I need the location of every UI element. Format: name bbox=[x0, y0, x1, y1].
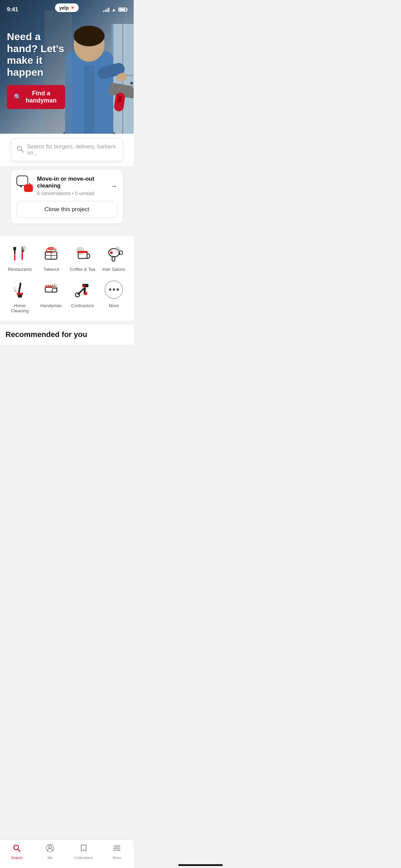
contractors-icon bbox=[72, 279, 93, 300]
yelp-burst-icon: ✳ bbox=[70, 4, 75, 11]
more-label: More bbox=[109, 303, 119, 309]
category-item-takeout[interactable]: Takeout bbox=[37, 243, 66, 272]
yelp-logo: yelp ✳ bbox=[55, 3, 78, 12]
svg-rect-39 bbox=[18, 282, 21, 293]
svg-point-17 bbox=[17, 146, 22, 150]
svg-point-24 bbox=[21, 245, 26, 251]
svg-rect-40 bbox=[17, 293, 23, 295]
hero-text-block: Need a hand? Let's make it happen 🔍 Find… bbox=[7, 31, 65, 109]
takeout-label: Takeout bbox=[43, 267, 59, 272]
status-bar: 9:41 yelp ✳ ▲ bbox=[0, 0, 134, 15]
category-item-home-cleaning[interactable]: Home Cleaning bbox=[5, 279, 34, 314]
recommended-title: Recommended for you bbox=[5, 330, 128, 339]
battery-icon bbox=[118, 8, 127, 12]
svg-rect-33 bbox=[77, 251, 88, 253]
coffee-label: Coffee & Tea bbox=[70, 267, 95, 272]
coffee-icon bbox=[72, 243, 93, 264]
svg-rect-8 bbox=[84, 65, 94, 134]
project-card: Move-in or move-out cleaning 6 conversat… bbox=[11, 170, 123, 224]
handyman-label: Handyman bbox=[40, 303, 62, 309]
hair-label: Hair Salons bbox=[102, 267, 125, 272]
status-center: yelp ✳ bbox=[55, 3, 78, 12]
close-project-button[interactable]: Close this project bbox=[16, 201, 117, 218]
project-meta: 6 conversations • 0 unread bbox=[37, 191, 106, 196]
search-section: Search for burgers, delivery, barbers on… bbox=[0, 134, 134, 166]
project-icon bbox=[16, 176, 33, 192]
svg-rect-20 bbox=[13, 247, 14, 250]
search-icon bbox=[17, 146, 24, 154]
svg-point-38 bbox=[114, 246, 121, 253]
hair-icon bbox=[103, 243, 124, 264]
svg-point-7 bbox=[74, 26, 105, 46]
categories-grid: Restaurants Takeout bbox=[5, 243, 128, 314]
svg-point-30 bbox=[52, 248, 58, 253]
category-item-more[interactable]: More bbox=[100, 279, 129, 314]
search-icon: 🔍 bbox=[14, 93, 21, 101]
hero-cta-label: Find a handyman bbox=[24, 90, 58, 104]
svg-point-45 bbox=[52, 283, 58, 289]
recommended-section: Recommended for you bbox=[0, 325, 134, 345]
svg-rect-49 bbox=[82, 285, 85, 287]
restaurants-label: Restaurants bbox=[8, 267, 32, 272]
svg-point-50 bbox=[84, 292, 87, 295]
search-bar[interactable]: Search for burgers, delivery, barbers on… bbox=[11, 138, 123, 161]
svg-rect-44 bbox=[52, 289, 57, 292]
svg-rect-19 bbox=[14, 247, 15, 254]
takeout-icon bbox=[40, 243, 62, 264]
svg-rect-22 bbox=[14, 254, 15, 261]
svg-point-46 bbox=[75, 293, 80, 297]
svg-point-41 bbox=[14, 289, 17, 292]
svg-line-18 bbox=[21, 150, 23, 152]
categories-section: Restaurants Takeout bbox=[0, 236, 134, 321]
handyman-icon bbox=[40, 279, 62, 300]
category-item-coffee-tea[interactable]: Coffee & Tea bbox=[68, 243, 97, 272]
chat-red-icon bbox=[24, 184, 33, 192]
category-item-restaurants[interactable]: Restaurants bbox=[5, 243, 34, 272]
signal-icon bbox=[103, 8, 109, 12]
project-info: Move-in or move-out cleaning 6 conversat… bbox=[37, 176, 106, 196]
status-icons: ▲ bbox=[103, 7, 127, 12]
wifi-icon: ▲ bbox=[111, 7, 116, 12]
more-icon bbox=[103, 279, 124, 300]
restaurants-icon bbox=[9, 243, 31, 264]
svg-rect-12 bbox=[130, 82, 133, 85]
category-item-contractors[interactable]: Contractors bbox=[68, 279, 97, 314]
contractors-label: Contractors bbox=[71, 303, 94, 309]
project-title: Move-in or move-out cleaning bbox=[37, 176, 106, 189]
svg-point-37 bbox=[110, 251, 113, 254]
find-handyman-button[interactable]: 🔍 Find a handyman bbox=[7, 85, 65, 109]
project-header: Move-in or move-out cleaning 6 conversat… bbox=[16, 176, 117, 196]
svg-point-42 bbox=[13, 287, 15, 289]
svg-rect-21 bbox=[15, 247, 16, 250]
category-item-hair-salons[interactable]: Hair Salons bbox=[100, 243, 129, 272]
cleaning-icon bbox=[9, 279, 31, 300]
cleaning-label: Home Cleaning bbox=[5, 303, 34, 314]
hero-headline: Need a hand? Let's make it happen bbox=[7, 31, 65, 78]
project-arrow-icon[interactable]: → bbox=[110, 182, 117, 190]
category-item-handyman[interactable]: Handyman bbox=[37, 279, 66, 314]
hero-section: Need a hand? Let's make it happen 🔍 Find… bbox=[0, 0, 134, 134]
status-time: 9:41 bbox=[7, 6, 18, 13]
search-placeholder: Search for burgers, delivery, barbers on… bbox=[27, 144, 117, 156]
yelp-wordmark: yelp bbox=[59, 5, 69, 11]
